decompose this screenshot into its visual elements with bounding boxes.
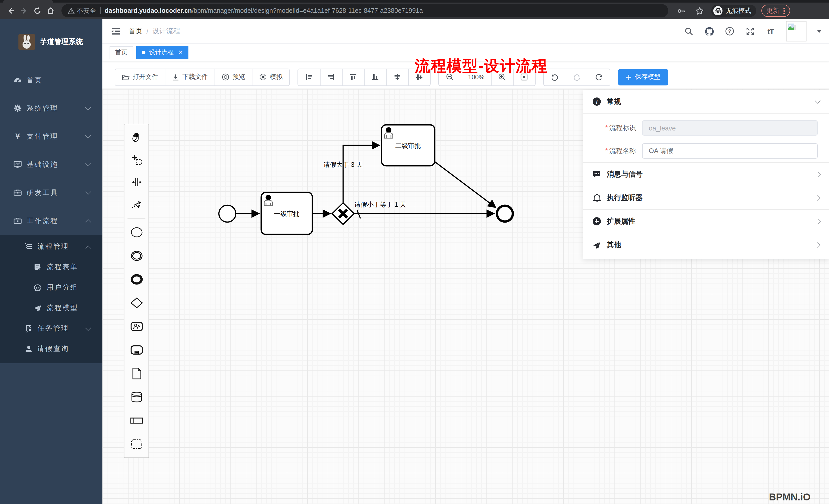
- lasso-tool[interactable]: [125, 148, 147, 171]
- form-icon: [33, 263, 42, 271]
- folder-icon: [122, 73, 130, 81]
- align-bottom-icon[interactable]: [364, 69, 386, 85]
- flow-gateway-to-task2[interactable]: [343, 145, 380, 203]
- save-model-button[interactable]: 保存模型: [618, 69, 668, 85]
- sidebar-item-system[interactable]: 系统管理: [0, 94, 102, 122]
- user-task-level1[interactable]: 一级审批: [261, 192, 312, 234]
- create-start-event[interactable]: [125, 221, 147, 244]
- back-icon[interactable]: [4, 4, 17, 17]
- condition-label-gt3[interactable]: 请假大于 3 天: [324, 161, 363, 168]
- sidebar-item-home[interactable]: 首页: [0, 66, 102, 94]
- sidebar-item-infra[interactable]: 基础设施: [0, 150, 102, 179]
- flow-task2-to-end[interactable]: [435, 162, 496, 207]
- url-text: dashboard.yudao.iocoder.cn/bpm/manager/m…: [105, 7, 423, 14]
- fullscreen-icon[interactable]: [745, 26, 755, 36]
- sidebar-item-devtools[interactable]: 研发工具: [0, 179, 102, 207]
- redo-icon[interactable]: [566, 69, 588, 85]
- security-label: 不安全: [77, 6, 96, 15]
- process-name-input[interactable]: [642, 143, 818, 159]
- kebab-menu-icon[interactable]: [784, 7, 785, 14]
- chevron-right-icon: [815, 219, 821, 224]
- align-center-horizontal-icon[interactable]: [386, 69, 408, 85]
- create-participant[interactable]: [125, 409, 147, 432]
- breadcrumb-home[interactable]: 首页: [129, 27, 142, 36]
- simulate-button[interactable]: 模拟: [252, 69, 289, 85]
- sidebar-item-process-model[interactable]: 流程模型: [0, 298, 102, 318]
- download-file-button[interactable]: 下载文件: [165, 69, 215, 85]
- toolbox-icon: [13, 188, 22, 197]
- tab-design-process[interactable]: 设计流程 ✕: [136, 46, 188, 59]
- preview-button[interactable]: 预览: [215, 69, 252, 85]
- sidebar-item-process-form[interactable]: 流程表单: [0, 257, 102, 277]
- sidebar-item-leave-query[interactable]: 请假查询: [0, 339, 102, 359]
- breadcrumb-current: 设计流程: [153, 27, 180, 36]
- section-message-signal[interactable]: 消息与信号: [583, 163, 829, 186]
- forward-icon[interactable]: [17, 4, 31, 17]
- github-icon[interactable]: [704, 26, 714, 36]
- bell-icon: [592, 193, 601, 202]
- active-dot-icon: [142, 51, 145, 54]
- restart-icon[interactable]: [588, 69, 610, 85]
- broken-image-icon: [788, 23, 796, 31]
- caret-down-icon[interactable]: [817, 30, 822, 35]
- address-bar[interactable]: 不安全 dashboard.yudao.iocoder.cn/bpm/manag…: [62, 4, 668, 17]
- sidebar-item-payment[interactable]: ¥ 支付管理: [0, 122, 102, 150]
- align-right-icon[interactable]: [320, 69, 342, 85]
- chevron-right-icon: [815, 242, 821, 248]
- open-file-button[interactable]: 打开文件: [115, 69, 165, 85]
- create-call-activity[interactable]: [125, 338, 147, 362]
- start-event[interactable]: [219, 205, 236, 222]
- home-icon[interactable]: [44, 4, 57, 17]
- align-left-icon[interactable]: [298, 69, 320, 85]
- collapse-sidebar-icon[interactable]: [110, 26, 121, 37]
- sidebar-item-task-mgmt[interactable]: 任务管理: [0, 318, 102, 339]
- section-general[interactable]: i 常规: [583, 90, 829, 114]
- update-button[interactable]: 更新: [761, 5, 790, 17]
- user-task-level2[interactable]: 二级审批: [382, 125, 435, 166]
- robot-icon: [33, 283, 42, 292]
- create-exclusive-gateway[interactable]: [125, 291, 147, 315]
- create-group[interactable]: [125, 432, 147, 456]
- section-other[interactable]: 其他: [583, 233, 829, 257]
- bpmn-canvas[interactable]: 一级审批 二级审批: [102, 89, 829, 504]
- create-end-event[interactable]: [125, 268, 147, 291]
- align-top-icon[interactable]: [342, 69, 364, 85]
- sidebar-logo[interactable]: 芋道管理系统: [0, 19, 102, 65]
- avatar[interactable]: [786, 21, 806, 41]
- search-icon[interactable]: [684, 26, 694, 36]
- key-icon[interactable]: [674, 4, 688, 17]
- update-label: 更新: [766, 6, 779, 15]
- chevron-down-icon: [85, 161, 91, 167]
- create-data-object[interactable]: [125, 362, 147, 385]
- gear-icon: [13, 104, 22, 113]
- browser-tab[interactable]: [3, 0, 53, 3]
- hand-tool[interactable]: [125, 126, 147, 148]
- exclusive-gateway[interactable]: [332, 203, 354, 224]
- chevron-down-icon: [85, 105, 91, 111]
- yen-icon: ¥: [13, 132, 22, 141]
- tab-home[interactable]: 首页: [110, 46, 133, 59]
- sidebar-item-workflow[interactable]: 工作流程: [0, 207, 102, 235]
- global-connect-tool[interactable]: [125, 193, 147, 216]
- reload-icon[interactable]: [31, 4, 44, 17]
- sidebar-item-process-mgmt[interactable]: 流程管理: [0, 236, 102, 257]
- create-data-store[interactable]: [125, 385, 147, 409]
- star-icon[interactable]: [693, 4, 706, 17]
- section-extension-attrs[interactable]: 扩展属性: [583, 210, 829, 233]
- close-icon[interactable]: ✕: [178, 49, 183, 56]
- sidebar-item-user-group[interactable]: 用户分组: [0, 277, 102, 298]
- space-tool[interactable]: [125, 171, 147, 193]
- create-intermediate-event[interactable]: [125, 244, 147, 268]
- condition-label-lte1[interactable]: 请假小于等于 1 天: [354, 201, 406, 208]
- section-execution-listener[interactable]: 执行监听器: [583, 186, 829, 210]
- bpmn-io-logo[interactable]: BPMN.iO: [769, 492, 810, 504]
- process-key-input[interactable]: [642, 120, 818, 135]
- help-icon[interactable]: ?: [725, 26, 735, 36]
- font-size-icon[interactable]: tT: [765, 26, 776, 36]
- svg-text:一级审批: 一级审批: [274, 210, 299, 217]
- incognito-badge[interactable]: 无痕模式: [711, 5, 756, 17]
- end-event[interactable]: [497, 206, 513, 222]
- incognito-icon: [713, 6, 722, 15]
- create-user-task[interactable]: [125, 315, 147, 338]
- logo-image: [19, 34, 35, 50]
